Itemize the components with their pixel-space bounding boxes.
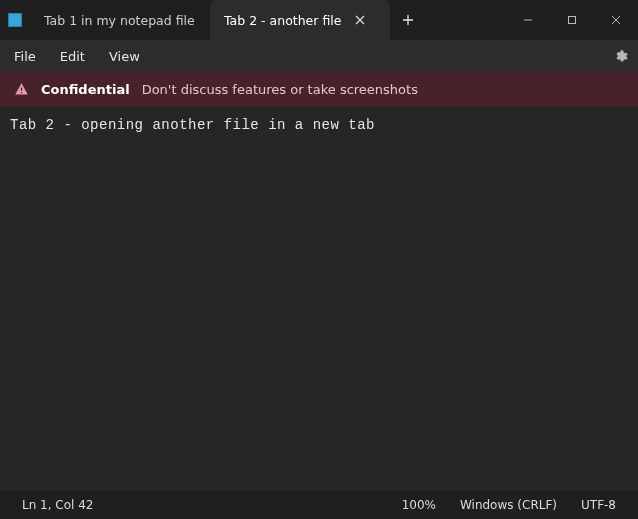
statusbar: Ln 1, Col 42 100% Windows (CRLF) UTF-8: [0, 491, 638, 519]
editor-area[interactable]: Tab 2 - opening another file in a new ta…: [0, 107, 638, 491]
app-icon: [0, 0, 30, 40]
close-icon: [355, 15, 365, 25]
status-cursor-position[interactable]: Ln 1, Col 42: [10, 498, 106, 512]
svg-rect-0: [569, 17, 576, 24]
minimize-icon: [523, 15, 533, 25]
banner-label: Confidential: [41, 82, 130, 97]
settings-button[interactable]: [603, 45, 638, 68]
maximize-icon: [567, 15, 577, 25]
svg-rect-1: [21, 88, 22, 91]
minimize-button[interactable]: [506, 0, 550, 40]
banner-text: Don't discuss features or take screensho…: [142, 82, 418, 97]
close-tab-button[interactable]: [349, 9, 371, 31]
tab-active[interactable]: Tab 2 - another file: [210, 0, 390, 40]
warning-icon: [14, 82, 29, 97]
new-tab-button[interactable]: [390, 0, 426, 40]
tab-title: Tab 2 - another file: [224, 13, 341, 28]
notepad-icon: [8, 13, 22, 27]
plus-icon: [402, 14, 414, 26]
confidential-banner: Confidential Don't discuss features or t…: [0, 72, 638, 107]
window-controls: [506, 0, 638, 40]
gear-icon: [613, 49, 628, 64]
tab-inactive[interactable]: Tab 1 in my notepad file: [30, 0, 210, 40]
tab-title: Tab 1 in my notepad file: [44, 13, 195, 28]
close-window-button[interactable]: [594, 0, 638, 40]
close-icon: [611, 15, 621, 25]
menubar: File Edit View: [0, 40, 638, 72]
svg-rect-2: [21, 92, 22, 93]
maximize-button[interactable]: [550, 0, 594, 40]
titlebar: Tab 1 in my notepad file Tab 2 - another…: [0, 0, 638, 40]
menu-file[interactable]: File: [4, 45, 46, 68]
menu-edit[interactable]: Edit: [50, 45, 95, 68]
status-line-ending[interactable]: Windows (CRLF): [448, 498, 569, 512]
status-encoding[interactable]: UTF-8: [569, 498, 628, 512]
status-zoom[interactable]: 100%: [390, 498, 448, 512]
menu-view[interactable]: View: [99, 45, 150, 68]
